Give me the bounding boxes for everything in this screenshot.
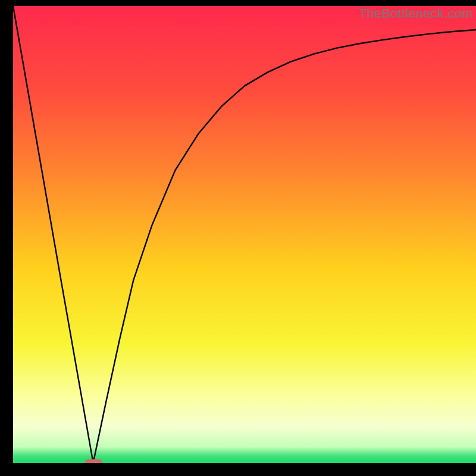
frame-border-bottom: [0, 463, 476, 476]
chart-frame: TheBottleneck.com: [0, 0, 476, 476]
frame-border-left: [0, 0, 13, 476]
optimal-point-marker: [84, 459, 102, 463]
bottleneck-curve: [13, 6, 476, 463]
watermark-text: TheBottleneck.com: [358, 6, 472, 21]
plot-area: [13, 6, 476, 463]
frame-border-top: [0, 0, 476, 6]
